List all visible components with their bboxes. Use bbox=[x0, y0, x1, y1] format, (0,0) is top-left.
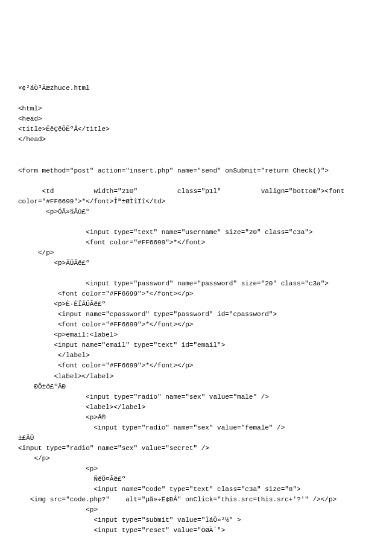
code-line bbox=[18, 145, 374, 155]
code-line: <font color="#FF6699">*</font> bbox=[18, 238, 374, 248]
code-line: <form method="post" action="insert.php" … bbox=[18, 166, 374, 176]
code-line: <p>Å® bbox=[18, 413, 374, 423]
code-line: <p>email:<label> bbox=[18, 330, 374, 340]
code-line: <label></label> bbox=[18, 372, 374, 382]
code-line: <input type="radio" name="sex" value="fe… bbox=[18, 423, 374, 433]
code-line: <input type="reset" value="ÖØÀ´"> bbox=[18, 525, 374, 536]
code-line: <p> bbox=[18, 464, 374, 474]
code-line bbox=[18, 217, 374, 227]
code-line: <input type="text" name="username" size=… bbox=[18, 227, 374, 238]
code-line: ±£ÃÜ bbox=[18, 433, 374, 443]
code-line bbox=[18, 268, 374, 279]
code-line bbox=[18, 156, 374, 166]
code-line: <title>ËêÇëÔÊºÅ</title> bbox=[18, 124, 374, 135]
code-line: <input type="submit" value="ÌáÕ»²½" > bbox=[18, 515, 374, 525]
code-line: <input type="radio" name="sex" value="ma… bbox=[18, 392, 374, 402]
code-listing: ×¢²áÒ³Ãæzhuce.html <html><head><title>Ëê… bbox=[18, 83, 374, 536]
code-line bbox=[18, 176, 374, 186]
code-line: <label></label> bbox=[18, 402, 374, 413]
code-line: color="#FF6699">*</font>Îª±ØÌîÏî</td> bbox=[18, 197, 374, 207]
code-line: <td width="210" class="p1l" valign="bott… bbox=[18, 186, 374, 197]
code-line: <input name="code" type="text" class="c3… bbox=[18, 484, 374, 495]
code-line: <input type="password" name="password" s… bbox=[18, 279, 374, 289]
code-line: <p>ÓÃ»§Ãû£º bbox=[18, 207, 374, 217]
code-line: <p> bbox=[18, 505, 374, 515]
code-line: </p> bbox=[18, 454, 374, 464]
code-line: <html> bbox=[18, 104, 374, 114]
code-line: <img src="code.php?" alt="µã»÷Ë¢ÐÂ" onCl… bbox=[18, 495, 374, 505]
code-line: <font color="#FF6699">*</font></p> bbox=[18, 289, 374, 299]
code-line: </label> bbox=[18, 350, 374, 361]
code-line: ×¢²áÒ³Ãæzhuce.html bbox=[18, 83, 374, 94]
code-line bbox=[18, 94, 374, 104]
code-line: ÐÔ±ð£ºÄÐ bbox=[18, 382, 374, 392]
code-line: ÑéÖ¤Âë£º bbox=[18, 474, 374, 484]
code-line: <input name="cpassword" type="password" … bbox=[18, 309, 374, 320]
code-line: <p>È·ÈÏÃÜÂë£º bbox=[18, 299, 374, 309]
code-line: </p> bbox=[18, 248, 374, 258]
code-line: <input type="radio" name="sex" value="se… bbox=[18, 443, 374, 454]
code-line: <font color="#FF6699">*</font></p> bbox=[18, 361, 374, 371]
code-line: <input name="email" type="text" id="emai… bbox=[18, 340, 374, 350]
code-line: <font color="#FF6699">*</font></p> bbox=[18, 320, 374, 330]
code-line: </head> bbox=[18, 135, 374, 145]
code-line: <p>ÃÜÂë£º bbox=[18, 258, 374, 268]
code-line: <head> bbox=[18, 114, 374, 124]
